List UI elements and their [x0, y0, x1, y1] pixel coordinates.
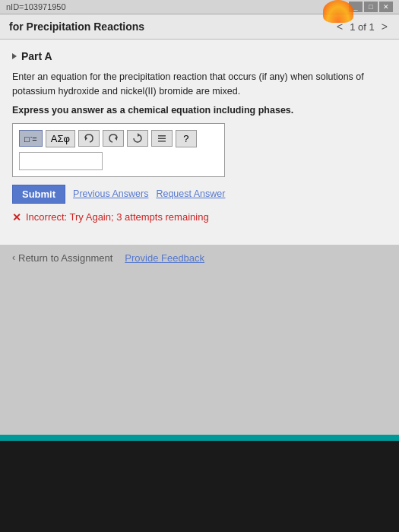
svg-rect-5: [158, 141, 166, 142]
maximize-button[interactable]: □: [364, 2, 378, 12]
part-a-label: Part A: [12, 50, 387, 62]
flame-decoration: [323, 0, 353, 23]
action-row: Submit Previous Answers Request Answer: [12, 185, 387, 204]
page-title: for Precipitation Reactions: [9, 21, 144, 33]
request-answer-link[interactable]: Request Answer: [156, 188, 225, 199]
return-to-assignment-link[interactable]: Return to Assignment: [18, 252, 112, 264]
next-page-arrow[interactable]: >: [379, 21, 390, 33]
error-icon: ✕: [12, 211, 21, 223]
feedback-message: Incorrect: Try Again; 3 attempts remaini…: [26, 211, 209, 223]
provide-feedback-link[interactable]: Provide Feedback: [125, 252, 204, 264]
svg-rect-3: [158, 135, 166, 137]
main-content: Part A Enter an equation for the precipi…: [0, 40, 399, 245]
feedback-row: ✕ Incorrect: Try Again; 3 attempts remai…: [12, 211, 387, 223]
page-indicator: 1 of 1: [350, 21, 375, 33]
submit-button[interactable]: Submit: [12, 185, 65, 204]
window-controls[interactable]: _ □ ✕: [349, 2, 393, 12]
question-text: Enter an equation for the precipitation …: [12, 70, 387, 99]
help-button[interactable]: ?: [176, 130, 197, 147]
equation-toolbar: □-= ΑΣφ: [19, 130, 218, 147]
redo-button[interactable]: [103, 130, 124, 147]
equation-input[interactable]: [19, 152, 103, 170]
previous-answers-link[interactable]: Previous Answers: [73, 188, 148, 199]
session-id: nID=103971950: [6, 2, 66, 11]
undo-button[interactable]: [78, 130, 100, 147]
bottom-dark-area: [0, 441, 399, 532]
teal-stripe: [0, 435, 399, 441]
svg-rect-4: [158, 138, 166, 140]
return-arrow-icon: ‹: [12, 252, 15, 263]
svg-marker-0: [85, 136, 87, 141]
instruction-text: Express you answer as a chemical equatio…: [12, 105, 387, 116]
template-button[interactable]: [151, 130, 173, 147]
superscript-button[interactable]: □-=: [19, 130, 43, 147]
footer-nav: ‹ Return to Assignment Provide Feedback: [0, 245, 399, 271]
collapse-icon[interactable]: [12, 53, 17, 59]
svg-marker-1: [115, 136, 117, 141]
part-a-text: Part A: [21, 50, 52, 62]
equation-box: □-= ΑΣφ: [12, 123, 225, 177]
greek-symbols-button[interactable]: ΑΣφ: [46, 130, 75, 147]
refresh-button[interactable]: [127, 130, 148, 147]
close-button[interactable]: ✕: [379, 2, 393, 12]
